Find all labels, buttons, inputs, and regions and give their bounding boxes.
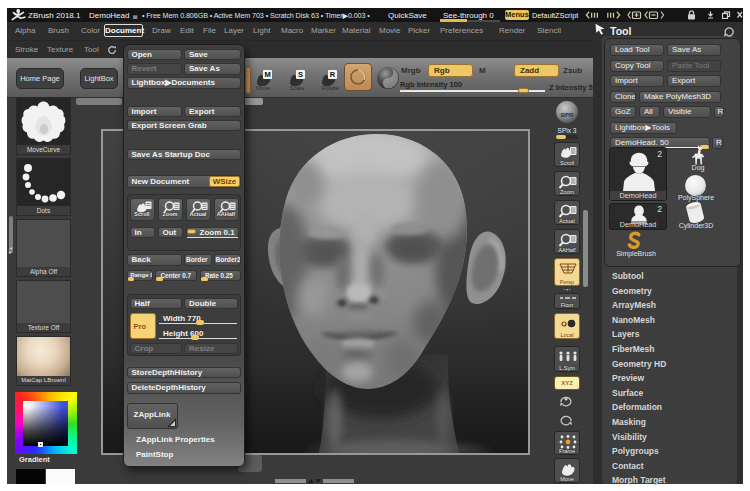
svg-text:Scale: Scale bbox=[289, 85, 305, 91]
svg-text:M: M bbox=[264, 70, 270, 79]
svg-text:R: R bbox=[330, 70, 336, 79]
svg-text:BPR: BPR bbox=[561, 112, 574, 118]
svg-text:Move: Move bbox=[256, 85, 271, 91]
svg-text:Rotate: Rotate bbox=[321, 85, 339, 91]
svg-text:S: S bbox=[298, 70, 303, 79]
